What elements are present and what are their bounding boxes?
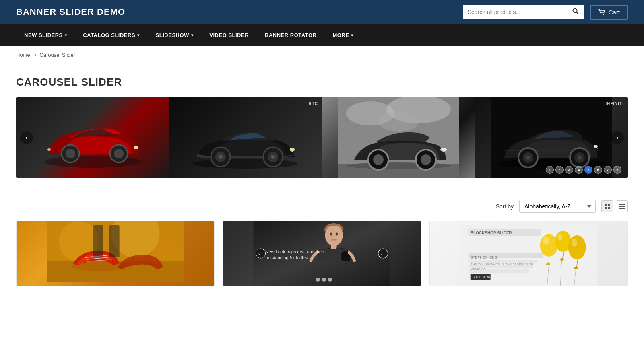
search-button[interactable] — [568, 5, 584, 19]
svg-text:New Look bags deal and their: New Look bags deal and their — [266, 249, 324, 254]
sort-by-label: Sort by — [496, 203, 514, 210]
svg-point-77 — [540, 234, 557, 257]
concept-car-icon — [322, 97, 475, 178]
dot-1[interactable]: 1 — [546, 166, 554, 174]
svg-point-62 — [330, 233, 332, 236]
svg-point-29 — [440, 148, 447, 152]
carousel-slides: ‹ — [16, 97, 628, 178]
grid-view-button[interactable] — [601, 200, 613, 212]
svg-point-81 — [568, 235, 586, 259]
sort-bar: Sort by Alphabetically, A-Z Alphabetical… — [16, 200, 628, 213]
product-card-1[interactable] — [16, 221, 215, 286]
svg-point-28 — [421, 154, 431, 165]
dot-7[interactable]: 7 — [604, 166, 612, 174]
dot-6[interactable]: 6 — [594, 166, 602, 174]
site-title: BANNER SLIDER DEMO — [16, 7, 125, 17]
svg-point-69 — [378, 249, 388, 258]
svg-point-38 — [578, 156, 582, 160]
infiniti-logo: INFINITI — [605, 101, 624, 106]
bmw-car-icon — [169, 97, 322, 178]
svg-point-35 — [526, 156, 530, 160]
svg-point-14 — [219, 155, 223, 159]
header-right: Cart — [463, 5, 628, 20]
svg-point-8 — [114, 149, 124, 158]
svg-point-10 — [47, 148, 51, 151]
shoes-image-icon — [21, 221, 210, 282]
svg-text:BLOCKSHOP SLIDER: BLOCKSHOP SLIDER — [470, 231, 512, 235]
grid-icon — [604, 203, 611, 210]
carousel-slide-4: INFINITI — [475, 97, 628, 178]
product-grid: New Look bags deal and their outstanding… — [16, 221, 628, 286]
product-card-2[interactable]: New Look bags deal and their outstanding… — [223, 221, 421, 286]
svg-point-6 — [66, 149, 75, 158]
nav-item-banner-rotator[interactable]: BANNER ROTATOR — [257, 24, 324, 46]
svg-point-64 — [331, 239, 337, 241]
chevron-right-icon: › — [616, 134, 618, 141]
carousel-slide-2: RTC — [169, 97, 322, 178]
header: BANNER SLIDER DEMO Cart — [0, 0, 644, 24]
nav-item-more[interactable]: MORE ▾ — [324, 24, 361, 46]
svg-rect-57 — [109, 225, 120, 257]
svg-rect-56 — [93, 225, 103, 257]
dot-5[interactable]: 5 — [584, 166, 592, 174]
breadcrumb-separator: > — [33, 52, 37, 58]
carousel-slide-1 — [16, 97, 169, 178]
svg-point-84 — [557, 234, 562, 241]
search-bar[interactable] — [463, 5, 584, 19]
section-divider — [16, 190, 628, 190]
carousel-pagination: 1 2 3 4 5 6 7 8 — [546, 166, 621, 174]
svg-point-63 — [336, 233, 338, 236]
svg-rect-46 — [619, 208, 625, 209]
svg-rect-45 — [619, 206, 625, 207]
blockshop-image-icon: BLOCKSHOP SLIDER — [434, 225, 623, 286]
bmw-logo: RTC — [308, 101, 318, 106]
breadcrumb-home[interactable]: Home — [16, 52, 30, 58]
chevron-left-icon: ‹ — [25, 134, 27, 141]
search-icon — [572, 8, 579, 14]
svg-rect-44 — [619, 204, 625, 205]
carousel-slide-3 — [322, 97, 475, 178]
svg-text:THE COLOR WHITE IS THE ABSENCE: THE COLOR WHITE IS THE ABSENCE OF — [470, 263, 533, 266]
list-icon — [619, 203, 625, 210]
chevron-down-icon: ▾ — [191, 33, 194, 37]
svg-point-3 — [603, 14, 603, 15]
nav-item-catalog-sliders[interactable]: CATALOG SLIDERS ▾ — [75, 24, 147, 46]
cart-icon — [598, 9, 605, 15]
svg-point-78 — [546, 263, 550, 265]
chevron-down-icon: ▾ — [351, 33, 353, 37]
list-view-button[interactable] — [616, 200, 628, 212]
bugatti-car-icon — [16, 97, 169, 178]
svg-point-18 — [290, 148, 295, 152]
svg-text:SHOP NOW: SHOP NOW — [472, 275, 490, 279]
breadcrumb-current: Carousel Slider — [39, 52, 75, 58]
svg-rect-42 — [605, 207, 607, 209]
svg-point-85 — [571, 239, 577, 247]
svg-point-72 — [322, 278, 326, 282]
svg-text:‹: ‹ — [258, 250, 260, 257]
nav-item-slideshow[interactable]: SLIDESHOW ▾ — [148, 24, 202, 46]
chevron-down-icon: ▾ — [65, 33, 67, 37]
search-input[interactable] — [463, 6, 568, 19]
nav-item-video-slider[interactable]: VIDEO SLIDER — [201, 24, 257, 46]
cart-button[interactable]: Cart — [590, 5, 628, 20]
dot-3[interactable]: 3 — [565, 166, 573, 174]
svg-point-17 — [271, 155, 275, 159]
dot-2[interactable]: 2 — [555, 166, 564, 174]
svg-point-67 — [256, 249, 266, 258]
svg-point-71 — [316, 278, 320, 282]
carousel-prev-button[interactable]: ‹ — [20, 131, 33, 144]
svg-text:›: › — [381, 250, 383, 257]
product-image-3: BLOCKSHOP SLIDER — [430, 221, 627, 286]
svg-point-26 — [373, 154, 384, 165]
sort-select[interactable]: Alphabetically, A-Z Alphabetically, Z-A … — [519, 200, 596, 213]
svg-rect-43 — [608, 207, 610, 209]
dot-4[interactable]: 4 — [575, 166, 583, 174]
product-card-3[interactable]: BLOCKSHOP SLIDER — [429, 221, 628, 286]
carousel-next-button[interactable]: › — [611, 131, 624, 144]
svg-text:STEPHEN KING: STEPHEN KING — [470, 255, 497, 259]
svg-point-73 — [328, 278, 332, 282]
svg-point-39 — [594, 145, 598, 148]
dot-8[interactable]: 8 — [613, 166, 621, 174]
main-nav: NEW SLIDERS ▾ CATALOG SLIDERS ▾ SLIDESHO… — [0, 24, 644, 46]
nav-item-new-sliders[interactable]: NEW SLIDERS ▾ — [16, 24, 75, 46]
